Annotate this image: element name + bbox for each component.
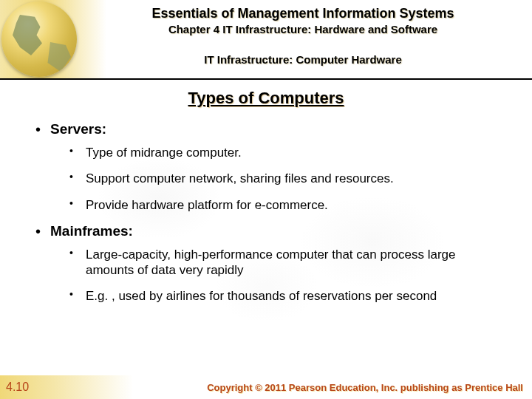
list-item: Large-capacity, high-performance compute… [86, 247, 502, 279]
section-line: IT Infrastructure: Computer Hardware [81, 53, 525, 66]
list-item: Provide hardware platform for e-commerce… [86, 197, 502, 213]
title-block: Essentials of Management Information Sys… [81, 6, 525, 66]
slide-content: Types of Computers Servers: Type of midr… [0, 80, 532, 375]
globe-icon [1, 1, 77, 77]
slide-number: 4.10 [6, 381, 29, 394]
slide-footer: 4.10 Copyright © 2011 Pearson Education,… [0, 375, 532, 399]
list-item: Type of midrange computer. [86, 145, 502, 160]
bullet-heading: Servers: [50, 121, 106, 137]
list-item: E.g. , used by airlines for thousands of… [86, 288, 502, 304]
bullet-list: Servers: Type of midrange computer. Supp… [30, 121, 502, 304]
slide-header: Essentials of Management Information Sys… [0, 0, 532, 80]
topic-title: Types of Computers [30, 89, 502, 108]
book-title: Essentials of Management Information Sys… [81, 6, 525, 21]
sub-list: Type of midrange computer. Support compu… [50, 145, 502, 213]
bullet-heading: Mainframes: [50, 223, 133, 239]
list-item: Servers: Type of midrange computer. Supp… [50, 121, 502, 213]
copyright-text: Copyright © 2011 Pearson Education, Inc.… [207, 382, 523, 393]
list-item: Mainframes: Large-capacity, high-perform… [50, 223, 502, 304]
chapter-line: Chapter 4 IT Infrastructure: Hardware an… [81, 23, 525, 35]
sub-list: Large-capacity, high-performance compute… [50, 247, 502, 304]
list-item: Support computer network, sharing files … [86, 171, 502, 186]
